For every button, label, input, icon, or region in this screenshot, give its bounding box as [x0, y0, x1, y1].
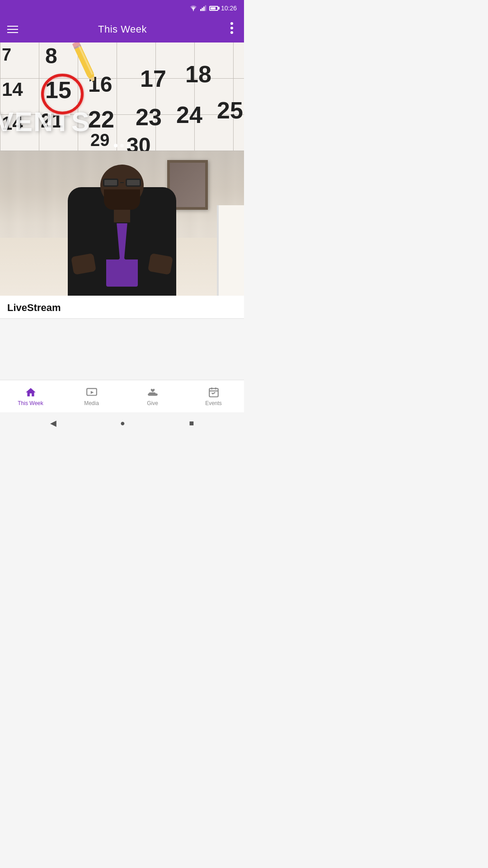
back-button[interactable]: ◀ — [50, 418, 56, 428]
home-button[interactable]: ● — [120, 419, 125, 428]
svg-rect-4 — [205, 5, 206, 11]
svg-rect-18 — [209, 388, 218, 396]
livestream-label: LiveStream — [0, 296, 244, 319]
svg-marker-17 — [90, 391, 94, 394]
nav-item-media[interactable]: Media — [61, 384, 122, 409]
wifi-icon — [189, 5, 197, 11]
nav-label-media: Media — [84, 400, 99, 406]
svg-rect-3 — [203, 7, 205, 11]
battery-icon — [209, 6, 218, 11]
nav-item-this-week[interactable]: This Week — [0, 384, 61, 409]
home-icon — [25, 387, 37, 398]
bottom-navigation: This Week Media Give Events — [0, 380, 244, 412]
nav-label-this-week: This Week — [18, 400, 43, 406]
nav-item-give[interactable]: Give — [122, 384, 183, 409]
svg-point-5 — [230, 22, 233, 25]
menu-button[interactable] — [7, 26, 18, 33]
svg-rect-2 — [202, 8, 203, 11]
livestream-title: LiveStream — [7, 302, 237, 314]
more-menu-button[interactable] — [227, 19, 237, 40]
events-icon — [208, 387, 220, 398]
person-body — [63, 165, 181, 296]
door-panel — [217, 205, 244, 296]
page-title: This Week — [98, 24, 147, 35]
nav-item-events[interactable]: Events — [183, 384, 244, 409]
nav-label-events: Events — [205, 400, 222, 406]
calendar-section: 7 8 14 15 16 17 18 14 21 22 23 24 25 30 … — [0, 42, 244, 151]
svg-point-6 — [230, 27, 233, 29]
carousel-dot-3[interactable] — [127, 144, 130, 147]
svg-point-0 — [193, 10, 194, 11]
recents-button[interactable]: ■ — [189, 419, 194, 428]
carousel-dot-1[interactable] — [114, 144, 117, 147]
video-section[interactable] — [0, 151, 244, 296]
status-time: 10:26 — [221, 5, 237, 12]
video-thumbnail — [0, 151, 244, 296]
app-bar: This Week — [0, 16, 244, 42]
svg-point-7 — [230, 31, 233, 34]
svg-rect-1 — [200, 9, 202, 11]
media-icon — [86, 387, 98, 398]
system-nav-bar: ◀ ● ■ — [0, 412, 244, 434]
nav-label-give: Give — [147, 400, 158, 406]
status-bar: 10:26 — [0, 0, 244, 16]
give-icon — [147, 387, 159, 398]
carousel-dots — [114, 144, 130, 147]
main-content: 7 8 14 15 16 17 18 14 21 22 23 24 25 30 … — [0, 42, 244, 380]
signal-icon — [200, 5, 206, 11]
carousel-dot-2[interactable] — [120, 144, 124, 147]
status-icons: 10:26 — [189, 5, 237, 12]
